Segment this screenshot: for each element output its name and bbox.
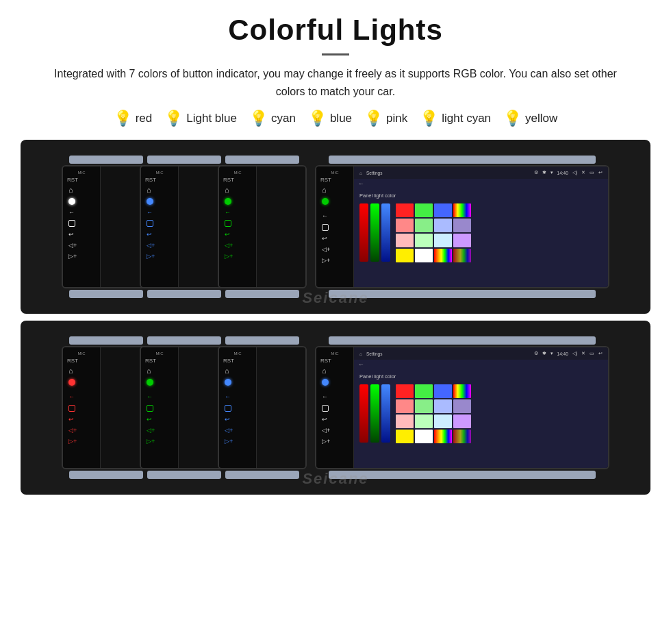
bulb-red-icon: 💡 (114, 110, 132, 127)
swatch-r3c3-top (434, 234, 452, 247)
color-grid-bottom (396, 384, 471, 443)
swatch-r2c3-top (434, 219, 452, 232)
swatch-r1c4-bot (453, 384, 471, 398)
swatch-r1c4-top (453, 203, 471, 217)
title-section: Colorful Lights Integrated with 7 colors… (21, 14, 650, 100)
mic-label-b1: MIC (66, 351, 97, 356)
bottom-large-unit-wrap: MIC RST ⌂ ← (314, 336, 611, 479)
swatch-r2c2-bot (415, 399, 433, 413)
head-unit-small-1: MIC RST ⌂ (62, 165, 151, 288)
description-text: Integrated with 7 colors of button indic… (41, 65, 630, 100)
panel-color-label-top: Panel light color (359, 193, 603, 199)
wifi-icon-top: ▾ (550, 170, 553, 175)
settings-label-top: Settings (366, 171, 530, 175)
color-label-lightblue: Light blue (186, 112, 237, 125)
green-bar-top (370, 203, 379, 262)
large-screen-top: ⌂ Settings ⚙ ✱ ▾ 14:40 ◁) ✕ ▭ ↩ (354, 166, 608, 287)
icon-btn-a1 (66, 218, 97, 229)
page-title: Colorful Lights (21, 14, 650, 47)
button-panel-3: MIC RST ⌂ (219, 166, 257, 287)
head-unit-small-3: MIC RST ⌂ (218, 165, 307, 288)
button-panel-2: MIC RST ⌂ (141, 166, 179, 287)
swatch-r4c2-top (415, 249, 433, 262)
large-rst-icon-bottom: RST (320, 358, 331, 364)
mic-label-1: MIC (66, 171, 97, 175)
swatch-r3c1-top (396, 234, 414, 247)
swatch-r2c4-bot (453, 399, 471, 413)
swatch-r3c2-bot (415, 414, 433, 428)
vol-icon-bottom: ◁) (572, 351, 577, 356)
color-item-lightblue: 💡 Light blue (164, 110, 237, 127)
color-grid-top (396, 203, 471, 262)
back-arrow-top: ← (358, 180, 364, 187)
wifi-icon-bottom: ▾ (550, 351, 553, 356)
top-large-unit-wrap: MIC RST ⌂ ← (314, 156, 611, 298)
swatch-r3c2-top (415, 234, 433, 247)
top-icons-1: RST (66, 176, 97, 184)
gear-icon-bottom: ⚙ (534, 351, 538, 356)
icon-btn-c3: ◁+ (222, 240, 253, 251)
swatch-r4c3-bot (434, 430, 452, 443)
back-btn-3: ← (222, 207, 253, 218)
rst-icon-3: RST (223, 177, 234, 183)
blue-bar-bottom (381, 384, 390, 443)
head-unit-small-2: MIC RST ⌂ (140, 165, 229, 288)
mic-label-3: MIC (222, 171, 253, 175)
large-rst-icon-top: RST (320, 177, 331, 183)
screen-area-3 (257, 166, 305, 287)
head-unit-small-b1: MIC RST ⌂ (62, 346, 151, 469)
swatch-r1c2-top (415, 203, 433, 217)
settings-label-bottom: Settings (366, 351, 530, 356)
home-btn-2: ⌂ (144, 184, 175, 196)
red-bar-top (359, 203, 368, 262)
swatch-r2c1-top (396, 219, 414, 232)
bulb-lightblue-icon: 💡 (164, 110, 183, 127)
bottom-full-unit-row: MIC RST ⌂ (47, 326, 624, 489)
icon-btn-c1: ◁+ (66, 240, 97, 251)
blue-bar-top (381, 203, 390, 262)
large-mic-label-bottom: MIC (319, 351, 351, 356)
panel-color-label-bottom: Panel light color (359, 373, 603, 380)
swatch-r1c2-bot (415, 384, 433, 398)
color-item-cyan: 💡 cyan (249, 110, 296, 127)
top-small-units-group: MIC RST ⌂ (60, 156, 308, 298)
icon-btn-b3: ↩ (222, 229, 253, 240)
back-arrow-bottom: ← (358, 361, 364, 368)
color-item-red: 💡 red (114, 110, 153, 127)
swatch-r4c3-top (434, 249, 452, 262)
button-panel-b3: MIC RST ⌂ (219, 347, 257, 468)
swatch-r1c1-bot (396, 384, 414, 398)
rst-icon-b3: RST (223, 358, 234, 364)
rst-icon-1: RST (67, 177, 78, 183)
swatch-r2c2-top (415, 219, 433, 232)
bottom-unit-3: MIC RST ⌂ (216, 336, 308, 479)
swatch-r3c1-bot (396, 414, 414, 428)
icon-btn-b2: ↩ (144, 229, 175, 240)
icon-btn-b1: ↩ (66, 229, 97, 240)
head-unit-large-top: MIC RST ⌂ ← (315, 165, 609, 288)
bulb-lightcyan-icon: 💡 (420, 110, 438, 127)
bulb-yellow-icon: 💡 (503, 110, 522, 127)
swatch-r3c4-top (453, 234, 471, 247)
swatch-r2c3-bot (434, 399, 452, 413)
icon-btn-a2 (144, 218, 175, 229)
swatch-r1c3-bot (434, 384, 452, 398)
power-btn-2 (144, 196, 175, 207)
icon-btn-d2: ▷+ (144, 251, 175, 262)
swatch-r4c2-bot (415, 430, 433, 443)
head-unit-small-b2: MIC RST ⌂ (140, 346, 229, 469)
swatch-r4c1-bot (396, 430, 414, 443)
button-panel-b2: MIC RST ⌂ (141, 347, 179, 468)
swatch-r2c4-top (453, 219, 471, 232)
swatch-r2c1-bot (396, 399, 414, 413)
home-icon-top: ⌂ (359, 171, 362, 175)
swatch-r3c4-bot (453, 414, 471, 428)
button-panel-b1: MIC RST ⌂ (63, 347, 101, 468)
nav-icon-bottom: ↩ (598, 351, 603, 356)
bottom-small-units-group: MIC RST ⌂ (60, 336, 308, 479)
minus-icon-bottom: ▭ (590, 351, 594, 356)
icon-btn-d3: ▷+ (222, 251, 253, 262)
top-unit-row: MIC RST ⌂ (21, 140, 650, 314)
units-section: MIC RST ⌂ (21, 140, 650, 495)
time-top: 14:40 (557, 171, 568, 175)
